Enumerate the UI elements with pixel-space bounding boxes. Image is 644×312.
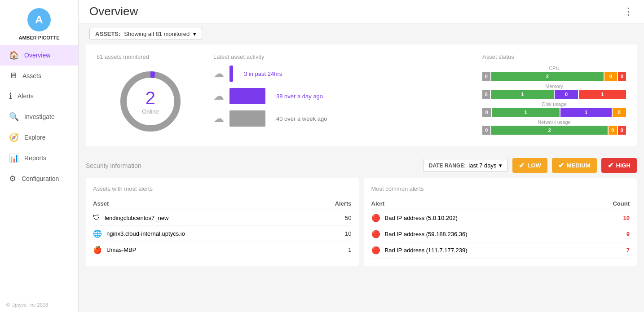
donut-label: Online: [142, 108, 159, 115]
filter-medium-button[interactable]: ✔ MEDIUM: [552, 158, 597, 173]
assets-icon: 🖥: [9, 71, 17, 80]
alert-count: 1: [348, 246, 351, 253]
sidebar-item-label: Explore: [24, 134, 45, 141]
more-icon[interactable]: ⋮: [623, 6, 633, 18]
status-bar-wrap: 0101: [482, 90, 626, 99]
assets-dropdown[interactable]: ASSETS: Showing all 81 monitored ▾: [89, 28, 202, 40]
common-alerts-header: Alert Count: [371, 198, 630, 210]
alert-count: 10: [623, 215, 630, 221]
check-icon-medium: ✔: [558, 161, 564, 170]
explore-icon: 🧭: [9, 132, 19, 142]
filter-group: DATE RANGE: last 7 days ▾ ✔ LOW ✔ MEDIUM…: [423, 158, 637, 173]
status-segment: 0: [618, 126, 626, 135]
alert-count: 7: [626, 247, 630, 254]
asset-name: nginx3.cloud-internal.uptycs.io: [106, 230, 185, 237]
donut-section: 81 assets monitored 2 Online: [97, 53, 204, 137]
status-rows: CPU 0200 Memory 0101 Disk usage 0110 Net…: [482, 66, 626, 135]
sidebar-item-label: Assets: [22, 72, 41, 79]
cloud-icon-2: ☁: [213, 90, 224, 102]
filter-low-button[interactable]: ✔ LOW: [512, 158, 547, 173]
date-range-button[interactable]: DATE RANGE: last 7 days ▾: [423, 159, 508, 172]
status-section: Asset status CPU 0200 Memory 0101 Disk u…: [482, 53, 626, 137]
status-segment: 0: [609, 126, 617, 135]
col-count: Count: [613, 200, 630, 207]
status-segment: 0: [482, 126, 490, 135]
table-row: 🔴Bad IP address (59.188.236.36)9: [371, 226, 630, 242]
configuration-icon: ⚙: [9, 174, 16, 184]
col-asset: Asset: [93, 200, 109, 207]
status-title: Asset status: [482, 53, 626, 60]
status-segment: 1: [579, 90, 626, 99]
status-bar-wrap: 0200: [482, 126, 626, 135]
overview-card: 81 assets monitored 2 Online Lat: [86, 44, 637, 146]
common-alerts-rows: 🔴Bad IP address (5.8.10.202)10🔴Bad IP ad…: [371, 210, 630, 259]
donut-number: 2: [142, 88, 159, 108]
col-alerts: Alerts: [335, 200, 352, 207]
monitored-label: 81 assets monitored: [97, 53, 204, 60]
sidebar-item-label: Investigate: [24, 113, 55, 120]
sidebar-item-reports[interactable]: 📊Reports: [0, 148, 78, 168]
asset-icon: 🍎: [93, 246, 102, 254]
sidebar-item-label: Overview: [24, 52, 50, 59]
avatar: A: [27, 8, 51, 31]
security-title: Security information: [86, 162, 141, 169]
sidebar-item-assets[interactable]: 🖥Assets: [0, 66, 78, 86]
username: AMBER PICOTTE: [18, 35, 59, 40]
alerts-icon: ℹ: [9, 91, 12, 101]
error-icon: 🔴: [371, 246, 380, 255]
user-profile: A AMBER PICOTTE: [0, 0, 78, 45]
content-area: 81 assets monitored 2 Online Lat: [79, 44, 644, 273]
sidebar-item-label: Configuration: [22, 175, 59, 182]
asset-icon: 🌐: [93, 229, 102, 238]
alert-count: 10: [345, 230, 351, 237]
sidebar-item-investigate[interactable]: 🔍Investigate: [0, 106, 78, 127]
status-segment: 2: [491, 72, 604, 81]
status-segment: 0: [618, 72, 626, 81]
asset-name: Umas-MBP: [106, 246, 136, 253]
check-icon-low: ✔: [519, 161, 525, 170]
activity-title: Latest asset activity: [213, 53, 473, 60]
sidebar-item-overview[interactable]: 🏠Overview: [0, 45, 78, 66]
status-segment: 0: [482, 108, 491, 117]
status-segment: 0: [604, 72, 618, 81]
alert-count: 9: [626, 231, 630, 237]
status-segment: 1: [560, 108, 612, 117]
status-segment: 2: [491, 126, 608, 135]
status-row: Memory 0101: [482, 83, 626, 99]
activity-bar-2: [229, 88, 265, 104]
topbar: Overview ⋮: [79, 0, 644, 23]
date-range-value: last 7 days: [468, 162, 496, 169]
activity-text-3: 40 over a week ago: [276, 115, 327, 122]
table-row: 🔴Bad IP address (5.8.10.202)10: [371, 210, 630, 226]
sidebar: A AMBER PICOTTE 🏠Overview🖥AssetsℹAlerts🔍…: [0, 0, 79, 312]
footer-text: © Uptycs, Inc 2018: [0, 298, 78, 312]
table-row: 🛡lendingclubcentos7_new50: [93, 210, 352, 226]
assets-bar: ASSETS: Showing all 81 monitored ▾: [79, 23, 644, 44]
donut-center: 2 Online: [142, 88, 159, 115]
common-alerts-title: Most common alerts: [371, 185, 630, 192]
sidebar-item-configuration[interactable]: ⚙Configuration: [0, 168, 78, 189]
overview-icon: 🏠: [9, 50, 19, 60]
sidebar-item-label: Reports: [24, 154, 46, 162]
table-row: 🍎Umas-MBP1: [93, 242, 352, 258]
asset-name: lendingclubcentos7_new: [105, 215, 168, 221]
investigate-icon: 🔍: [9, 112, 19, 122]
status-row: Network usage 0200: [482, 119, 626, 135]
sidebar-item-alerts[interactable]: ℹAlerts: [0, 86, 78, 106]
alert-name: Bad IP address (111.7.177.239): [385, 247, 468, 254]
status-segment: 0: [555, 90, 578, 99]
two-col-section: Assets with most alerts Asset Alerts 🛡le…: [86, 178, 637, 266]
cloud-icon-3: ☁: [213, 112, 224, 125]
page-title: Overview: [89, 4, 138, 18]
error-icon: 🔴: [371, 230, 380, 238]
nav-menu: 🏠Overview🖥AssetsℹAlerts🔍Investigate🧭Expl…: [0, 45, 78, 298]
activity-row-2: ☁ 38 over a day ago: [213, 88, 473, 104]
sidebar-item-explore[interactable]: 🧭Explore: [0, 127, 78, 148]
chevron-down-icon: ▾: [193, 31, 196, 37]
status-row: CPU 0200: [482, 66, 626, 81]
activity-section: Latest asset activity ☁ 3 in past 24hrs …: [213, 53, 473, 137]
filter-high-label: HIGH: [616, 162, 631, 169]
date-range-label: DATE RANGE:: [429, 163, 466, 169]
check-icon-high: ✔: [608, 161, 613, 170]
filter-high-button[interactable]: ✔ HIGH: [601, 158, 637, 173]
